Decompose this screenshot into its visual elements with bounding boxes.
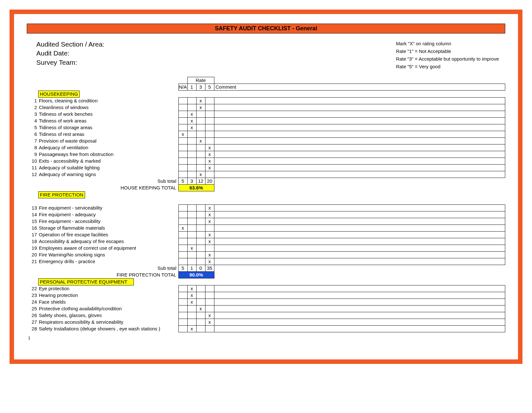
cell-5[interactable]: x — [205, 319, 214, 326]
cell-5[interactable] — [205, 124, 214, 131]
cell-1[interactable] — [187, 211, 196, 218]
cell-na[interactable] — [178, 299, 187, 306]
cell-3[interactable] — [196, 111, 205, 118]
cell-na[interactable] — [178, 238, 187, 245]
cell-na[interactable] — [178, 319, 187, 326]
cell-na[interactable] — [178, 151, 187, 158]
cell-3[interactable]: x — [196, 98, 205, 104]
cell-5[interactable]: x — [205, 258, 214, 265]
cell-comment[interactable] — [214, 285, 505, 292]
cell-5[interactable] — [205, 104, 214, 111]
cell-comment[interactable] — [214, 104, 505, 111]
cell-3[interactable] — [196, 165, 205, 171]
cell-1[interactable] — [187, 98, 196, 104]
cell-comment[interactable] — [214, 171, 505, 178]
cell-na[interactable] — [178, 285, 187, 292]
cell-1[interactable] — [187, 131, 196, 138]
cell-3[interactable] — [196, 245, 205, 252]
cell-comment[interactable] — [214, 299, 505, 306]
cell-comment[interactable] — [214, 158, 505, 165]
cell-5[interactable] — [205, 285, 214, 292]
cell-comment[interactable] — [214, 111, 505, 118]
cell-5[interactable]: x — [205, 205, 214, 211]
cell-na[interactable] — [178, 312, 187, 319]
cell-comment[interactable] — [214, 98, 505, 104]
cell-comment[interactable] — [214, 238, 505, 245]
cell-1[interactable]: x — [187, 245, 196, 252]
cell-na[interactable] — [178, 326, 187, 332]
cell-5[interactable] — [205, 131, 214, 138]
cell-comment[interactable] — [214, 306, 505, 312]
cell-3[interactable] — [196, 312, 205, 319]
cell-5[interactable]: x — [205, 144, 214, 151]
cell-5[interactable] — [205, 171, 214, 178]
cell-5[interactable] — [205, 306, 214, 312]
cell-3[interactable] — [196, 285, 205, 292]
cell-comment[interactable] — [214, 165, 505, 171]
cell-comment[interactable] — [214, 232, 505, 238]
cell-comment[interactable] — [214, 131, 505, 138]
cell-comment[interactable] — [214, 258, 505, 265]
cell-na[interactable] — [178, 98, 187, 104]
cell-5[interactable] — [205, 98, 214, 104]
cell-comment[interactable] — [214, 205, 505, 211]
cell-5[interactable]: x — [205, 238, 214, 245]
cell-3[interactable] — [196, 144, 205, 151]
cell-comment[interactable] — [214, 218, 505, 225]
cell-5[interactable] — [205, 299, 214, 306]
cell-3[interactable]: x — [196, 104, 205, 111]
cell-5[interactable] — [205, 138, 214, 144]
cell-1[interactable]: x — [187, 326, 196, 332]
cell-1[interactable] — [187, 144, 196, 151]
cell-1[interactable]: x — [187, 285, 196, 292]
cell-1[interactable] — [187, 165, 196, 171]
cell-na[interactable] — [178, 258, 187, 265]
cell-comment[interactable] — [214, 211, 505, 218]
cell-5[interactable]: x — [205, 151, 214, 158]
cell-1[interactable] — [187, 158, 196, 165]
cell-3[interactable] — [196, 299, 205, 306]
cell-na[interactable] — [178, 245, 187, 252]
cell-na[interactable] — [178, 205, 187, 211]
cell-1[interactable]: x — [187, 292, 196, 299]
cell-3[interactable] — [196, 158, 205, 165]
cell-1[interactable] — [187, 205, 196, 211]
cell-na[interactable] — [178, 252, 187, 258]
cell-na[interactable] — [178, 171, 187, 178]
cell-1[interactable] — [187, 218, 196, 225]
cell-comment[interactable] — [214, 312, 505, 319]
cell-comment[interactable] — [214, 151, 505, 158]
cell-1[interactable] — [187, 232, 196, 238]
cell-na[interactable]: x — [178, 131, 187, 138]
cell-1[interactable]: x — [187, 111, 196, 118]
cell-na[interactable] — [178, 138, 187, 144]
cell-1[interactable] — [187, 306, 196, 312]
cell-na[interactable] — [178, 292, 187, 299]
cell-5[interactable]: x — [205, 218, 214, 225]
cell-na[interactable] — [178, 158, 187, 165]
cell-1[interactable] — [187, 312, 196, 319]
cell-1[interactable] — [187, 151, 196, 158]
cell-3[interactable] — [196, 211, 205, 218]
cell-3[interactable] — [196, 319, 205, 326]
cell-1[interactable]: x — [187, 118, 196, 124]
cell-5[interactable]: x — [205, 165, 214, 171]
cell-na[interactable] — [178, 211, 187, 218]
cell-3[interactable] — [196, 258, 205, 265]
cell-comment[interactable] — [214, 225, 505, 232]
cell-1[interactable]: x — [187, 299, 196, 306]
cell-comment[interactable] — [214, 252, 505, 258]
cell-1[interactable] — [187, 319, 196, 326]
cell-comment[interactable] — [214, 245, 505, 252]
cell-na[interactable] — [178, 232, 187, 238]
cell-3[interactable]: x — [196, 306, 205, 312]
cell-5[interactable]: x — [205, 312, 214, 319]
cell-3[interactable] — [196, 292, 205, 299]
cell-na[interactable] — [178, 165, 187, 171]
cell-na[interactable] — [178, 306, 187, 312]
cell-na[interactable] — [178, 104, 187, 111]
cell-3[interactable] — [196, 151, 205, 158]
cell-na[interactable] — [178, 111, 187, 118]
cell-5[interactable]: x — [205, 158, 214, 165]
cell-5[interactable] — [205, 326, 214, 332]
